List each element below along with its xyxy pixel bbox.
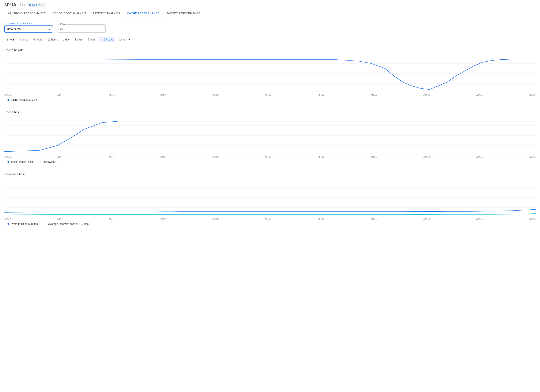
x-label-apr8-2: Apr 8 bbox=[109, 156, 114, 158]
x-label-apr16: Apr 16 bbox=[529, 94, 535, 96]
x-label-apr15: Apr 15 bbox=[476, 94, 483, 96]
response-time-section: Response time UTC-4 Apr 7 Apr 8 Apr 9 Ap… bbox=[4, 169, 536, 229]
tab-error-code[interactable]: ERROR CODE ANALYSIS bbox=[49, 9, 90, 18]
x-label-apr16-3: Apr 16 bbox=[529, 218, 535, 220]
legend-avg-time: Average time: 47.83ms bbox=[4, 222, 38, 225]
environment-filter: Environment or Hostname default-test bbox=[4, 22, 53, 33]
legend-teal-icon bbox=[36, 162, 42, 162]
x-label-apr12-2: Apr 12 bbox=[318, 156, 324, 158]
time-3days[interactable]: 3 days bbox=[73, 37, 85, 42]
x-label-apr12: Apr 12 bbox=[318, 94, 324, 96]
x-label-apr9-2: Apr 9 bbox=[160, 156, 166, 158]
x-label-apr9-3: Apr 9 bbox=[160, 218, 166, 220]
legend-avg-time-cache-label: Average time with cache: 13.76ms bbox=[48, 222, 89, 225]
x-label-apr14: Apr 14 bbox=[423, 94, 430, 96]
response-time-x-axis: UTC-4 Apr 7 Apr 8 Apr 9 Apr 10 Apr 11 Ap… bbox=[4, 217, 536, 221]
x-label-apr15-3: Apr 15 bbox=[476, 218, 483, 220]
x-label-apr13-3: Apr 13 bbox=[370, 218, 377, 220]
cache-hits-title: Cache hits bbox=[4, 107, 536, 116]
time-1hour[interactable]: 1 hour bbox=[4, 37, 16, 42]
charts-container: Cache hit rate UTC-4 Apr 7 Apr 8 Apr 9 A… bbox=[0, 45, 540, 229]
header: API Metrics ↻ REFRESH bbox=[0, 0, 540, 9]
legend-avg-cache-icon bbox=[41, 224, 47, 224]
x-label-apr12-3: Apr 12 bbox=[318, 218, 324, 220]
time-12hours[interactable]: 12 hours bbox=[45, 37, 60, 42]
filters-bar: Environment or Hostname default-test Pro… bbox=[0, 18, 540, 36]
x-label-apr10: Apr 10 bbox=[212, 94, 219, 96]
time-3hours[interactable]: 3 hours bbox=[17, 37, 30, 42]
legend-avg-time-cache: Average time with cache: 13.76ms bbox=[41, 222, 89, 225]
x-label-apr14-3: Apr 14 bbox=[423, 218, 430, 220]
time-6hours[interactable]: 6 hours bbox=[31, 37, 45, 42]
legend-avg-time-label: Average time: 47.83ms bbox=[10, 222, 38, 225]
x-label-apr11-3: Apr 11 bbox=[265, 218, 271, 220]
tab-api-proxy[interactable]: API PROXY PERFORMANCE bbox=[4, 9, 49, 18]
x-label-utc-3: UTC-4 bbox=[4, 218, 11, 220]
cache-hits-section: Cache hits UTC-4 Apr 7 Apr 8 Apr 9 Apr 1… bbox=[4, 107, 536, 167]
x-label-apr14-2: Apr 14 bbox=[423, 156, 430, 158]
refresh-label: REFRESH bbox=[32, 4, 46, 7]
cache-hit-rate-title: Cache hit rate bbox=[4, 45, 536, 54]
proxy-select[interactable]: All bbox=[57, 25, 105, 32]
x-label-apr8: Apr 8 bbox=[109, 94, 114, 96]
time-1day[interactable]: 1 day bbox=[61, 37, 72, 42]
time-7days[interactable]: 7 days bbox=[86, 37, 98, 42]
time-custom[interactable]: Custom ▼ bbox=[116, 37, 132, 42]
proxy-select-wrapper: All ▼ bbox=[57, 25, 105, 32]
proxy-filter: Proxy All ▼ bbox=[57, 25, 106, 33]
tabs-nav: API PROXY PERFORMANCE ERROR CODE ANALYSI… bbox=[0, 9, 540, 18]
page-title: API Metrics bbox=[4, 3, 25, 7]
legend-line-icon bbox=[4, 99, 9, 101]
response-time-title: Response time bbox=[4, 169, 536, 178]
proxy-box: Proxy All ▼ bbox=[57, 25, 106, 33]
proxy-label: Proxy bbox=[59, 23, 67, 25]
x-label-utc: UTC-4 bbox=[4, 94, 11, 96]
tab-latency[interactable]: LATENCY ANALYSIS bbox=[90, 9, 124, 18]
legend-helloworld-label: helloworld: 0 bbox=[43, 160, 58, 164]
x-label-apr7-3: Apr 7 bbox=[57, 218, 62, 220]
cache-hit-rate-x-axis: UTC-4 Apr 7 Apr 8 Apr 9 Apr 10 Apr 11 Ap… bbox=[4, 93, 536, 97]
time-filter-bar: 1 hour 3 hours 6 hours 12 hours 1 day 3 … bbox=[0, 36, 540, 45]
x-label-apr11-2: Apr 11 bbox=[265, 156, 271, 158]
x-label-apr10-3: Apr 10 bbox=[212, 218, 219, 220]
environment-select-wrapper: default-test bbox=[4, 25, 53, 33]
environment-label: Environment or Hostname bbox=[4, 22, 53, 25]
cache-hit-rate-chart-area bbox=[4, 54, 536, 93]
legend-avg-icon bbox=[4, 223, 9, 225]
environment-select[interactable]: default-test bbox=[4, 25, 53, 33]
x-label-apr16-2: Apr 16 bbox=[529, 156, 535, 158]
x-label-apr10-2: Apr 10 bbox=[212, 156, 219, 158]
x-label-apr13-2: Apr 13 bbox=[370, 156, 377, 158]
x-label-apr7-2: Apr 7 bbox=[57, 156, 62, 158]
cache-hits-x-axis: UTC-4 Apr 7 Apr 8 Apr 9 Apr 10 Apr 11 Ap… bbox=[4, 155, 536, 159]
legend-helloworld: helloworld: 0 bbox=[36, 160, 58, 164]
tab-cache[interactable]: CACHE PERFORMANCE bbox=[124, 9, 163, 18]
x-label-apr13: Apr 13 bbox=[370, 94, 377, 96]
x-label-apr15-2: Apr 15 bbox=[476, 156, 483, 158]
response-time-legend: Average time: 47.83ms Average time with … bbox=[4, 221, 536, 227]
tab-target[interactable]: TARGET PERFORMANCE bbox=[163, 9, 204, 18]
x-label-apr9: Apr 9 bbox=[160, 94, 166, 96]
cache-hit-rate-legend: Cache hit rate: 99.33% bbox=[4, 97, 536, 103]
x-label-apr8-3: Apr 8 bbox=[109, 218, 114, 220]
legend-cache-httpbin: cache-httpbin: 5.8k bbox=[4, 160, 33, 164]
x-label-utc-2: UTC-4 bbox=[4, 156, 11, 158]
legend-blue-icon bbox=[4, 161, 9, 163]
refresh-icon: ↻ bbox=[29, 3, 31, 7]
legend-cache-httpbin-label: cache-httpbin: 5.8k bbox=[10, 160, 33, 164]
cache-hit-rate-section: Cache hit rate UTC-4 Apr 7 Apr 8 Apr 9 A… bbox=[4, 45, 536, 105]
response-time-chart-area bbox=[4, 178, 536, 217]
x-label-apr11: Apr 11 bbox=[265, 94, 271, 96]
refresh-button[interactable]: ↻ REFRESH bbox=[28, 3, 46, 7]
time-14days[interactable]: ✓ 14 days bbox=[99, 37, 115, 42]
cache-hits-legend: cache-httpbin: 5.8k helloworld: 0 bbox=[4, 159, 536, 165]
cache-hits-chart-area bbox=[4, 116, 536, 155]
legend-cache-hit-rate-label: Cache hit rate: 99.33% bbox=[10, 98, 37, 101]
legend-cache-hit-rate: Cache hit rate: 99.33% bbox=[4, 98, 37, 101]
x-label-apr7: Apr 7 bbox=[57, 94, 62, 96]
